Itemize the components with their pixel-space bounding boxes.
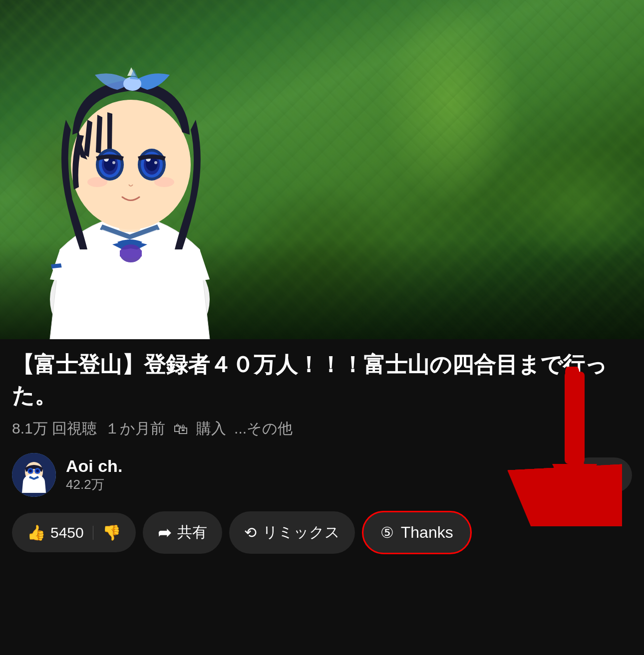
- video-thumbnail[interactable]: [0, 0, 644, 339]
- more-label[interactable]: ...その他: [234, 419, 293, 439]
- channel-name-group: Aoi ch. 42.2万: [66, 456, 122, 493]
- time-ago: １か月前: [105, 419, 165, 439]
- share-icon: ➦: [158, 523, 171, 542]
- share-label: 共有: [177, 522, 207, 543]
- remix-button[interactable]: ⟲ リミックス: [229, 511, 355, 554]
- svg-point-23: [29, 469, 32, 472]
- video-info-section: 【富士登山】登録者４０万人！！！富士山の四合目まで行った。 8.1万 回視聴 １…: [0, 339, 644, 566]
- anime-character: [0, 10, 260, 339]
- channel-name[interactable]: Aoi ch.: [66, 456, 122, 476]
- bell-icon: 🔔: [585, 466, 604, 484]
- like-count: 5450: [50, 524, 84, 541]
- channel-actions: 🔔 ∨: [571, 457, 632, 493]
- video-meta: 8.1万 回視聴 １か月前 🛍 購入 ...その他: [12, 419, 632, 439]
- svg-point-3: [71, 100, 191, 229]
- video-title: 【富士登山】登録者４０万人！！！富士山の四合目まで行った。: [12, 349, 632, 411]
- thanks-label: Thanks: [401, 523, 453, 542]
- channel-avatar[interactable]: [12, 453, 56, 497]
- view-count: 8.1万 回視聴: [12, 419, 97, 439]
- thumbdown-icon: 👎: [102, 524, 121, 541]
- channel-row: Aoi ch. 42.2万 🔔 ∨: [12, 453, 632, 497]
- like-divider: [93, 526, 93, 540]
- channel-subscribers: 42.2万: [66, 476, 122, 493]
- share-button[interactable]: ➦ 共有: [143, 511, 222, 554]
- svg-point-15: [154, 161, 157, 164]
- svg-point-24: [36, 469, 39, 472]
- shopping-label[interactable]: 購入: [196, 419, 226, 439]
- avatar-image: [12, 453, 56, 497]
- svg-point-17: [154, 177, 174, 187]
- like-dislike-button[interactable]: 👍 5450 👎: [12, 513, 136, 552]
- remix-icon: ⟲: [244, 524, 257, 541]
- thumbup-icon: 👍: [27, 524, 45, 541]
- svg-point-16: [87, 177, 107, 187]
- thanks-button[interactable]: ⑤ Thanks: [362, 511, 472, 554]
- shopping-icon: 🛍: [173, 421, 188, 437]
- action-buttons-row: 👍 5450 👎 ➦ 共有 ⟲ リミックス ⑤ Thanks: [12, 511, 632, 566]
- bell-button[interactable]: 🔔 ∨: [571, 457, 632, 493]
- remix-label: リミックス: [263, 522, 340, 543]
- svg-point-9: [112, 161, 115, 164]
- thanks-coin-icon: ⑤: [380, 524, 394, 541]
- channel-left: Aoi ch. 42.2万: [12, 453, 122, 497]
- action-buttons-container: 👍 5450 👎 ➦ 共有 ⟲ リミックス ⑤ Thanks: [12, 511, 632, 566]
- chevron-down-icon: ∨: [609, 467, 618, 483]
